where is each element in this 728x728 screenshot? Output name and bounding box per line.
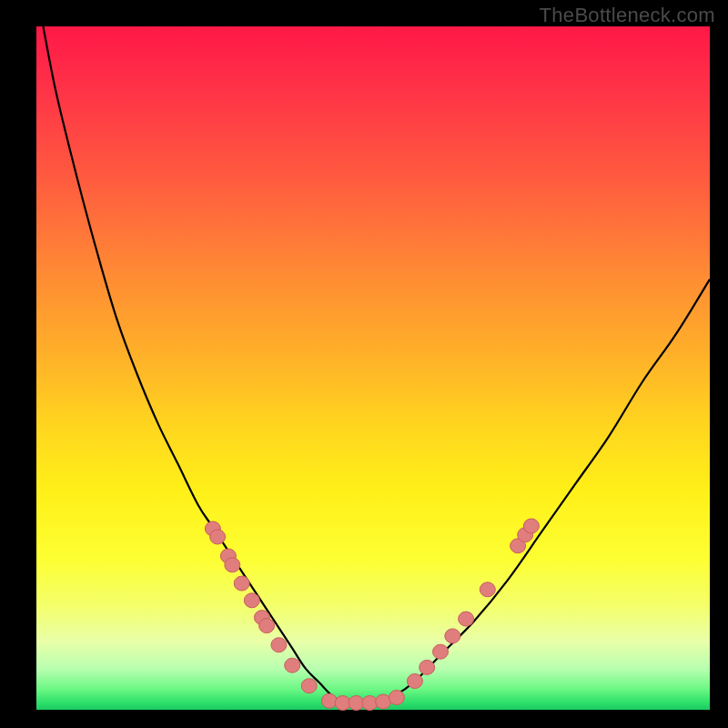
chart-svg: [36, 26, 710, 710]
curve-marker: [210, 530, 226, 544]
curve-marker: [459, 612, 474, 626]
curve-marker: [523, 519, 539, 533]
curve-marker: [234, 576, 249, 591]
plot-area: [36, 26, 710, 710]
curve-markers: [205, 519, 539, 711]
curve-marker: [407, 674, 422, 689]
curve-marker: [433, 644, 449, 659]
curve-marker: [259, 619, 275, 633]
bottleneck-curve: [43, 26, 710, 703]
chart-frame: TheBottleneck.com: [0, 0, 728, 728]
curve-marker: [301, 679, 317, 693]
curve-marker: [420, 660, 435, 674]
curve-marker: [225, 558, 240, 572]
curve-marker: [321, 693, 337, 708]
curve-marker: [480, 582, 495, 597]
curve-marker: [244, 593, 259, 608]
curve-marker: [285, 658, 300, 672]
curve-marker: [271, 638, 287, 652]
watermark-label: TheBottleneck.com: [540, 4, 715, 27]
curve-marker: [445, 629, 460, 643]
curve-marker: [389, 691, 404, 705]
